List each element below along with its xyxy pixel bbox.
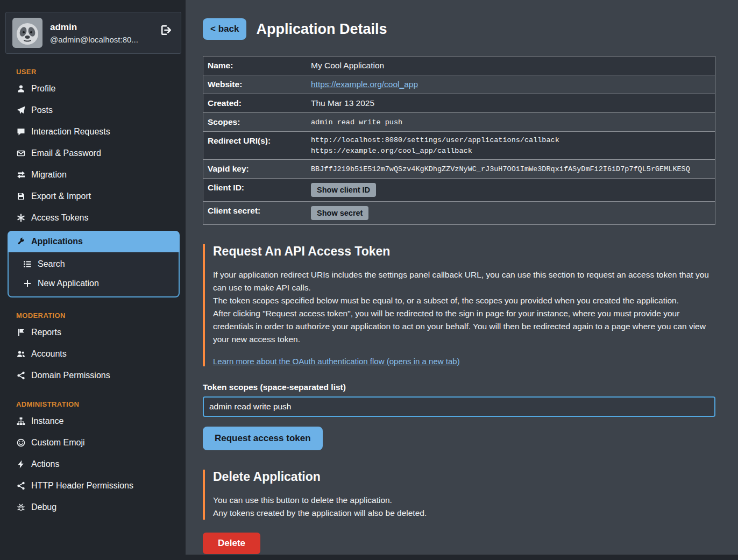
user-name: admin: [50, 22, 138, 33]
token-request-section: Request An API Access Token If your appl…: [203, 244, 715, 366]
table-row-created: Created: Thu Mar 13 2025: [203, 94, 715, 113]
avatar: [12, 18, 42, 48]
access-tokens-icon: [16, 214, 26, 222]
custom-emoji-icon: [16, 438, 26, 447]
token-section-paragraph: The token scopes specified below must be…: [213, 294, 715, 307]
sidebar-item-http-header-permissions[interactable]: HTTP Header Permissions: [0, 475, 186, 497]
token-section-paragraph: After clicking "Request access token", y…: [213, 307, 715, 346]
table-row-vapid-key: Vapid key: BBJffJ219b5iE512m7wQSzv4KgKDh…: [203, 160, 715, 179]
field-label: Name:: [203, 56, 306, 75]
request-access-token-button[interactable]: Request access token: [203, 427, 323, 450]
sidebar-item-custom-emoji[interactable]: Custom Emoji: [0, 432, 186, 453]
sidebar-item-posts[interactable]: Posts: [0, 100, 186, 121]
table-row-client-id: Client ID: Show client ID: [203, 179, 715, 202]
delete-section-line: You can use this button to delete the ap…: [213, 494, 715, 507]
sidebar-item-label: Accounts: [31, 349, 67, 359]
sidebar-item-label: Export & Import: [31, 192, 91, 201]
sidebar-item-label: Posts: [31, 105, 53, 115]
sidebar-item-label: Actions: [31, 459, 59, 469]
sidebar-item-actions[interactable]: Actions: [0, 453, 186, 475]
delete-button[interactable]: Delete: [203, 533, 260, 554]
sidebar-item-profile[interactable]: Profile: [0, 78, 186, 100]
show-client-id-button[interactable]: Show client ID: [311, 183, 376, 197]
user-handle: @admin@localhost:80...: [50, 35, 138, 44]
export-import-icon: [16, 192, 26, 201]
vapid-key-value: BBJffJ219b5iE512m7wQSzv4KgKDhgZZVzNyWC_r…: [311, 165, 690, 173]
search-list-icon: [23, 260, 32, 268]
sidebar-item-applications[interactable]: Applications: [8, 231, 180, 252]
field-label: Client secret:: [203, 202, 306, 224]
sidebar-item-access-tokens[interactable]: Access Tokens: [0, 207, 186, 229]
posts-icon: [16, 106, 26, 115]
delete-application-section: Delete Application You can use this butt…: [203, 470, 715, 520]
sidebar-item-label: Applications: [31, 237, 83, 246]
instance-icon: [16, 417, 26, 426]
sidebar-item-label: Search: [38, 259, 65, 269]
section-header-moderation: MODERATION: [16, 311, 186, 320]
sidebar-item-domain-permissions[interactable]: Domain Permissions: [0, 365, 186, 386]
field-label: Website:: [203, 75, 306, 94]
sidebar-item-reports[interactable]: Reports: [0, 322, 186, 343]
reports-icon: [16, 328, 26, 337]
debug-icon: [16, 503, 26, 512]
field-label: Scopes:: [203, 113, 306, 131]
sidebar-item-label: Profile: [31, 84, 55, 94]
scopes-value: admin read write push: [311, 118, 402, 126]
back-button[interactable]: < back: [203, 18, 246, 40]
sidebar-item-applications-search[interactable]: Search: [9, 254, 179, 274]
table-row-website: Website: https://example.org/cool_app: [203, 75, 715, 94]
sidebar-item-label: Interaction Requests: [31, 127, 110, 137]
field-value: https://example.org/cool_app: [306, 75, 423, 94]
field-value: http://localhost:8080/settings/user/appl…: [306, 132, 565, 159]
user-card: admin @admin@localhost:80...: [5, 12, 181, 54]
field-label: Vapid key:: [203, 160, 306, 178]
sidebar-item-interaction-requests[interactable]: Interaction Requests: [0, 121, 186, 143]
oauth-docs-link[interactable]: Learn more about the OAuth authenticatio…: [213, 357, 460, 366]
table-row-client-secret: Client secret: Show secret: [203, 202, 715, 224]
token-scopes-input[interactable]: [203, 396, 715, 417]
sidebar: admin @admin@localhost:80... USER Profil…: [0, 0, 186, 560]
interaction-requests-icon: [16, 127, 26, 136]
email-password-icon: [16, 149, 26, 158]
sidebar-item-label: Reports: [31, 328, 61, 337]
applications-submenu: Search New Application: [8, 252, 180, 297]
delete-section-line: Any tokens created by the application wi…: [213, 507, 715, 520]
redirect-uri-1: http://localhost:8080/settings/user/appl…: [311, 136, 559, 144]
sidebar-item-label: New Application: [38, 279, 99, 288]
logout-icon[interactable]: [160, 24, 172, 38]
section-header-administration: ADMINISTRATION: [16, 400, 186, 408]
app-name-value: My Cool Application: [311, 61, 384, 70]
http-header-permissions-icon: [16, 481, 26, 490]
sidebar-item-label: Access Tokens: [31, 213, 88, 223]
token-section-paragraph: If your application redirect URIs includ…: [213, 268, 715, 294]
page-title: Application Details: [256, 21, 387, 38]
token-section-title: Request An API Access Token: [213, 244, 715, 259]
token-scopes-label: Token scopes (space-separated list): [203, 382, 715, 392]
details-table: Name: My Cool Application Website: https…: [203, 56, 715, 225]
sidebar-item-label: Custom Emoji: [31, 438, 85, 448]
sidebar-item-accounts[interactable]: Accounts: [0, 343, 186, 365]
main-panel: < back Application Details Name: My Cool…: [186, 0, 738, 555]
field-value: Show secret: [306, 202, 374, 224]
field-value: Thu Mar 13 2025: [306, 94, 380, 112]
accounts-icon: [16, 350, 26, 358]
show-secret-button[interactable]: Show secret: [311, 206, 368, 220]
field-label: Redirect URI(s):: [203, 132, 306, 159]
sidebar-item-export-import[interactable]: Export & Import: [0, 186, 186, 207]
website-link[interactable]: https://example.org/cool_app: [311, 80, 418, 89]
field-value: admin read write push: [306, 113, 408, 131]
app-root: admin @admin@localhost:80... USER Profil…: [0, 0, 738, 560]
applications-group: Applications Search New Application: [8, 231, 180, 297]
sidebar-item-instance[interactable]: Instance: [0, 410, 186, 432]
sidebar-item-email-password[interactable]: Email & Password: [0, 143, 186, 164]
sidebar-item-migration[interactable]: Migration: [0, 164, 186, 186]
table-row-name: Name: My Cool Application: [203, 56, 715, 75]
page-header: < back Application Details: [203, 18, 715, 40]
delete-section-title: Delete Application: [213, 470, 715, 484]
redirect-uri-2: https://example.org/cool_app/callback: [311, 147, 559, 155]
sidebar-item-debug[interactable]: Debug: [0, 497, 186, 518]
sidebar-item-new-application[interactable]: New Application: [9, 274, 179, 293]
applications-icon: [16, 237, 26, 246]
user-meta: admin @admin@localhost:80...: [50, 22, 138, 44]
sidebar-item-label: HTTP Header Permissions: [31, 481, 133, 491]
